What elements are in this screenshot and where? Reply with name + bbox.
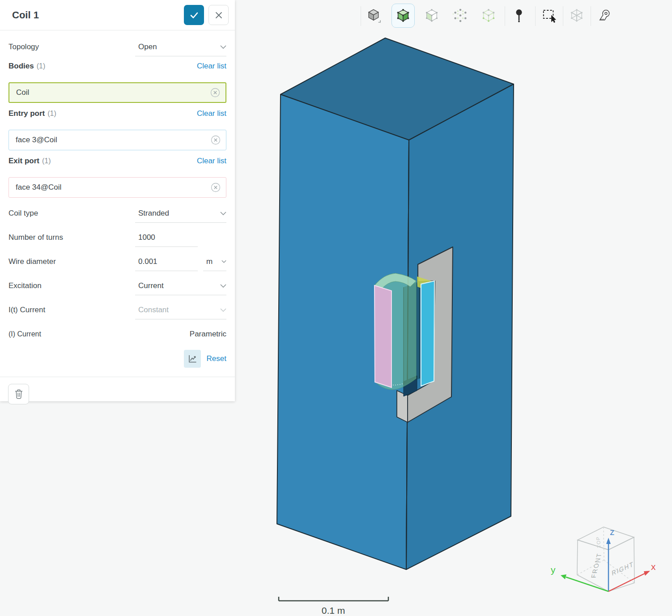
coil-settings-panel: Coil 1 Topology Open Bodies (1) <box>0 0 235 401</box>
i-current-row: (I) Current Parametric <box>9 322 226 346</box>
navcube-right-label: RIGHT <box>612 560 634 577</box>
probe-point-icon <box>511 8 527 23</box>
navigation-cube[interactable]: FRONT RIGHT TOP z x y <box>551 527 656 591</box>
excitation-select[interactable]: Current <box>135 276 226 295</box>
wire-diameter-value: 0.001 <box>135 257 198 266</box>
coil-type-value: Stranded <box>135 209 220 218</box>
select-edge-icon <box>481 8 496 23</box>
mesh-select-button[interactable] <box>565 4 588 28</box>
entry-port-count: (1) <box>47 110 197 118</box>
entry-port-item-label: face 3@Coil <box>16 136 210 144</box>
toolbar-separator <box>361 6 361 26</box>
entry-port-item-chip[interactable]: face 3@Coil <box>9 130 226 150</box>
z-axis-label: z <box>610 527 615 537</box>
chevron-down-icon <box>220 212 226 215</box>
remove-item-icon[interactable] <box>210 134 221 146</box>
it-current-label: I(t) Current <box>9 306 135 314</box>
number-of-turns-value: 1000 <box>135 233 198 242</box>
chevron-down-icon <box>220 284 226 288</box>
select-single-face-icon <box>424 8 439 23</box>
box-select-button[interactable] <box>538 4 561 28</box>
i-current-value: Parametric <box>190 330 226 339</box>
reset-link[interactable]: Reset <box>207 354 226 363</box>
wire-diameter-row: Wire diameter 0.001 m <box>9 250 226 274</box>
select-volume-icon <box>366 8 382 23</box>
toolbar-separator <box>591 6 591 26</box>
y-axis <box>566 577 608 591</box>
select-face-icon <box>396 8 411 23</box>
panel-header: Coil 1 <box>0 0 235 30</box>
wire-diameter-unit: m <box>203 257 221 266</box>
it-current-value: Constant <box>135 306 220 314</box>
bodies-item-chip[interactable]: Coil <box>9 82 226 103</box>
check-icon <box>189 10 200 21</box>
measure-tool-button[interactable] <box>593 4 616 28</box>
toolbar-separator <box>505 6 505 26</box>
it-current-row: I(t) Current Constant <box>9 298 226 322</box>
navcube-hidden-edges <box>577 527 634 583</box>
wire-diameter-input[interactable]: 0.001 <box>135 252 198 271</box>
exit-port-count: (1) <box>42 157 197 165</box>
chevron-down-icon <box>220 308 226 312</box>
bodies-item-label: Coil <box>16 88 209 97</box>
select-vertex-icon <box>453 8 468 23</box>
select-volume-button[interactable] <box>362 4 386 28</box>
topology-value: Open <box>135 42 220 51</box>
select-vertex-button[interactable] <box>449 4 472 28</box>
it-current-select: Constant <box>135 301 226 319</box>
exit-port-item-label: face 34@Coil <box>16 183 210 192</box>
navcube-top-face[interactable] <box>578 527 634 550</box>
panel-footer <box>0 377 235 411</box>
probe-point-button[interactable] <box>507 4 531 28</box>
entry-port-label: Entry port <box>9 109 45 118</box>
delete-coil-button[interactable] <box>8 384 29 404</box>
number-of-turns-row: Number of turns 1000 <box>9 225 226 250</box>
bodies-clear-list-link[interactable]: Clear list <box>197 62 226 71</box>
remove-item-icon[interactable] <box>209 87 221 98</box>
scale-bar: 0.1 m <box>279 597 388 616</box>
x-axis-arrow <box>644 571 650 576</box>
exit-port-item-chip[interactable]: face 34@Coil <box>9 177 226 198</box>
x-axis-label: x <box>651 561 656 572</box>
line-chart-icon <box>187 353 198 364</box>
panel-title: Coil 1 <box>12 9 184 21</box>
topology-select[interactable]: Open <box>135 38 226 56</box>
bodies-label: Bodies <box>9 62 34 71</box>
select-edge-button[interactable] <box>477 4 500 28</box>
excitation-row: Excitation Current <box>9 274 226 298</box>
scale-bar-label: 0.1 m <box>322 605 345 616</box>
y-axis-label: y <box>551 565 556 575</box>
close-icon <box>214 11 223 20</box>
entry-port-clear-list-link[interactable]: Clear list <box>197 109 226 118</box>
trash-icon <box>14 389 24 399</box>
z-axis-arrow <box>606 538 611 544</box>
measure-tool-icon <box>597 8 612 23</box>
select-face-button[interactable] <box>391 4 415 28</box>
cancel-button[interactable] <box>208 5 229 25</box>
navcube-top-label: TOP <box>595 536 602 548</box>
confirm-button[interactable] <box>184 5 204 25</box>
coil-type-select[interactable]: Stranded <box>135 204 226 223</box>
excitation-label: Excitation <box>9 281 135 290</box>
wire-diameter-label: Wire diameter <box>9 257 135 266</box>
parametric-controls: Reset <box>9 346 226 371</box>
select-single-face-button[interactable] <box>420 4 443 28</box>
remove-item-icon[interactable] <box>210 182 221 193</box>
navcube-front-label: FRONT <box>590 553 603 578</box>
application-window: { "panel": { "title": "Coil 1", "topolog… <box>0 0 672 616</box>
excitation-value: Current <box>135 281 220 290</box>
box-select-icon <box>541 8 557 24</box>
exit-port-face[interactable] <box>421 281 434 386</box>
exit-port-label: Exit port <box>9 157 39 166</box>
chevron-down-icon <box>220 45 226 49</box>
number-of-turns-label: Number of turns <box>9 233 135 242</box>
parametric-chart-button[interactable] <box>184 350 201 368</box>
wire-diameter-unit-select[interactable]: m <box>203 252 226 271</box>
axis-triad: z x y <box>551 527 656 591</box>
bodies-section-header: Bodies (1) Clear list <box>9 59 226 82</box>
entry-port-face[interactable] <box>374 285 391 387</box>
exit-port-clear-list-link[interactable]: Clear list <box>197 157 226 166</box>
i-current-label: (I) Current <box>9 330 41 338</box>
number-of-turns-input[interactable]: 1000 <box>135 228 198 247</box>
exit-port-section-header: Exit port (1) Clear list <box>9 154 226 177</box>
